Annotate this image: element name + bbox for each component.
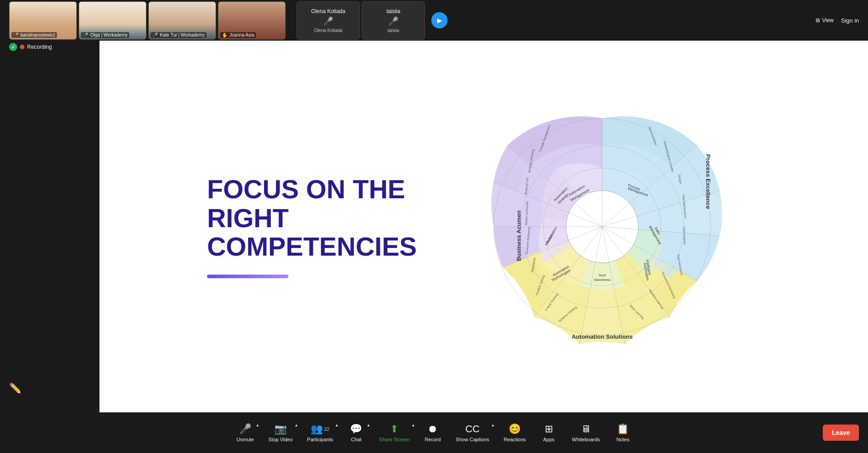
unmute-button[interactable]: 🎤 ▲ Unmute (229, 420, 261, 446)
participants-button[interactable]: 👥 22 ▲ Participants (300, 420, 340, 446)
view-button[interactable]: ⊞ View (816, 17, 834, 23)
svg-text:Tech: Tech (599, 273, 606, 277)
participant-tile-joanna: ✋ Joanna Asia (218, 1, 286, 40)
view-icon: ⊞ (816, 17, 820, 23)
notes-icon: 📋 (617, 423, 629, 435)
participants-icon: 👥 (311, 423, 323, 435)
competency-wheel-chart: Business Acumen Process Excellence Autom… (467, 91, 738, 362)
recording-red-dot (20, 45, 24, 49)
stop-video-label: Stop Video (269, 437, 293, 442)
slide-heading-line3: COMPETENCIES (207, 232, 417, 261)
record-icon: ⏺ (428, 423, 438, 435)
show-captions-button[interactable]: CC ▲ Show Captions (448, 420, 496, 446)
reactions-label: Reactions (504, 437, 526, 442)
svg-text:Automation Solutions: Automation Solutions (572, 333, 633, 340)
slide-chart-right: Business Acumen Process Excellence Autom… (444, 91, 760, 362)
participant-name-karol: 🎤 karolinaroziewicz (11, 32, 57, 38)
recording-check-icon (9, 43, 17, 51)
slide-text-left: FOCUS ON THE RIGHT COMPETENCIES (207, 175, 417, 278)
chat-label: Chat (351, 437, 361, 442)
chat-button[interactable]: 💬 ▲ Chat (340, 420, 372, 446)
show-captions-label: Show Captions (456, 437, 489, 442)
record-label: Record (425, 437, 440, 442)
next-participants-button[interactable] (431, 12, 448, 28)
bottom-toolbar: 🎤 ▲ Unmute 📷 ▲ Stop Video 👥 22 ▲ Partici… (0, 412, 868, 453)
apps-label: Apps (543, 437, 554, 442)
unmute-label: Unmute (236, 437, 254, 442)
participants-label: Participants (307, 437, 333, 442)
participants-count: 22 (324, 426, 329, 432)
audio-name-taisiia: taisiia (387, 8, 401, 14)
apps-button[interactable]: ⊞ Apps (533, 420, 565, 446)
slide-heading-line1: FOCUS ON THE (207, 175, 417, 204)
mic-icon-taisiia: 🎤 (388, 16, 398, 26)
slide-heading: FOCUS ON THE RIGHT COMPETENCIES (207, 175, 417, 261)
whiteboards-label: Whiteboards (572, 437, 600, 442)
annotation-pen-icon[interactable]: ✏️ (9, 383, 21, 394)
leave-button[interactable]: Leave (823, 425, 859, 441)
participant-tile-karol: 🎤 karolinaroziewicz (9, 1, 77, 40)
recording-label: Recording (27, 44, 52, 50)
participants-caret[interactable]: ▲ (335, 423, 339, 427)
reactions-button[interactable]: 😊 Reactions (496, 420, 533, 446)
notes-label: Notes (616, 437, 629, 442)
chat-caret[interactable]: ▲ (367, 423, 370, 427)
record-button[interactable]: ⏺ Record (417, 420, 448, 446)
share-screen-button[interactable]: ⬆ ▲ Share Screen (372, 420, 417, 446)
stop-video-button[interactable]: 📷 ▲ Stop Video (261, 420, 300, 446)
participant-tile-olga: 🎤 Olga | Workademy (79, 1, 146, 40)
video-caret[interactable]: ▲ (294, 423, 298, 427)
apps-icon: ⊞ (545, 423, 553, 435)
slide-content: FOCUS ON THE RIGHT COMPETENCIES (99, 41, 868, 412)
participant-name-joanna: ✋ Joanna Asia (220, 32, 256, 38)
share-screen-caret[interactable]: ▲ (411, 423, 415, 427)
audio-name-olena: Olena Koliada (311, 8, 345, 14)
svg-text:Savviness: Savviness (594, 278, 610, 282)
sign-in-button[interactable]: Sign in (841, 17, 859, 24)
share-screen-icon: ⬆ (390, 423, 398, 435)
audio-tile-olena: Olena Koliada 🎤 Olena Koliada (297, 1, 360, 40)
top-bar: 🎤 karolinaroziewicz 🎤 Olga | Workademy 🎤… (0, 0, 868, 41)
participant-name-olga: 🎤 Olga | Workademy (81, 32, 129, 38)
video-participants-strip: 🎤 karolinaroziewicz 🎤 Olga | Workademy 🎤… (9, 1, 448, 40)
camera-icon: 📷 (274, 423, 287, 435)
reactions-icon: 😊 (509, 423, 521, 435)
captions-icon: CC (465, 423, 480, 435)
recording-badge: Recording (9, 43, 52, 51)
slide-underline-decoration (207, 275, 288, 278)
unmute-caret[interactable]: ▲ (256, 423, 259, 427)
participant-name-kate: 🎤 Kate Tur | Workademy (151, 32, 207, 38)
audio-participants: Olena Koliada 🎤 Olena Koliada taisiia 🎤 … (297, 1, 425, 40)
audio-sub-olena: Olena Koliada (314, 28, 343, 33)
share-screen-label: Share Screen (379, 437, 410, 442)
top-right-controls: ⊞ View Sign in (816, 17, 859, 24)
audio-sub-taisiia: taisiia (387, 28, 399, 33)
main-content-area: FOCUS ON THE RIGHT COMPETENCIES (99, 41, 868, 412)
svg-text:Business Acumen: Business Acumen (515, 210, 522, 261)
mic-icon: 🎤 (239, 423, 251, 435)
participant-tile-kate: 🎤 Kate Tur | Workademy (148, 1, 216, 40)
mic-icon-olena: 🎤 (323, 16, 333, 26)
slide-heading-line2: RIGHT (207, 204, 417, 233)
audio-tile-taisiia: taisiia 🎤 taisiia (362, 1, 425, 40)
chat-icon: 💬 (350, 423, 362, 435)
captions-caret[interactable]: ▲ (491, 423, 495, 427)
view-label: View (822, 17, 834, 23)
whiteboards-icon: 🖥 (581, 423, 591, 435)
notes-button[interactable]: 📋 Notes (607, 420, 639, 446)
svg-text:Process Excellence: Process Excellence (705, 154, 712, 209)
whiteboards-button[interactable]: 🖥 Whiteboards (565, 420, 607, 446)
